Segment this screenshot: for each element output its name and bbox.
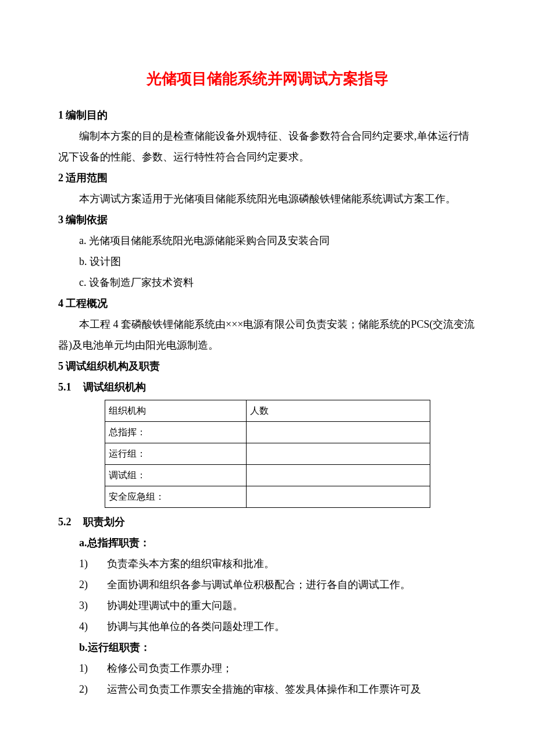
resp-b-item-2: 2)运营公司负责工作票安全措施的审核、签发具体操作和工作票许可及 (58, 679, 477, 700)
document-page: 光储项目储能系统并网调试方案指导 1编制目的 编制本方案的目的是检查储能设备外观… (0, 0, 535, 756)
item-text: 运营公司负责工作票安全措施的审核、签发具体操作和工作票许可及 (107, 679, 477, 700)
item-number: 1) (79, 553, 107, 574)
section-2-heading: 2适用范围 (58, 167, 477, 188)
section-3-label: 编制依据 (66, 214, 108, 225)
section-5-1-number: 5.1 (58, 377, 72, 397)
table-cell-org: 安全应急组： (105, 486, 247, 508)
document-title: 光储项目储能系统并网调试方案指导 (58, 64, 477, 94)
section-3-heading: 3编制依据 (58, 209, 477, 230)
section-5-2-heading: 5.2 职责划分 (58, 511, 477, 532)
item-number: 1) (79, 658, 107, 679)
section-5-heading: 5调试组织机构及职责 (58, 356, 477, 377)
section-5-1-heading: 5.1 调试组织机构 (58, 377, 477, 397)
org-table: 组织机构 人数 总指挥： 运行组： 调试组： 安全应急组： (105, 400, 430, 508)
section-5-label: 调试组织机构及职责 (66, 360, 160, 372)
section-4-heading: 4工程概况 (58, 293, 477, 314)
table-header-count: 人数 (247, 400, 430, 422)
table-row: 总指挥： (105, 422, 430, 443)
section-2-body: 本方调试方案适用于光储项目储能系统阳光电源磷酸铁锂储能系统调试方案工作。 (58, 188, 477, 209)
item-text: 检修公司负责工作票办理； (107, 658, 477, 679)
section-5-2-label: 职责划分 (83, 516, 125, 528)
resp-a-item-2: 2)全面协调和组织各参与调试单位积极配合；进行各自的调试工作。 (58, 574, 477, 595)
section-1-label: 编制目的 (66, 109, 108, 121)
resp-a-item-1: 1)负责牵头本方案的组织审核和批准。 (58, 553, 477, 574)
section-5-2-number: 5.2 (58, 511, 72, 532)
item-number: 2) (79, 574, 107, 595)
section-3-item-b: b. 设计图 (58, 251, 477, 272)
table-row: 运行组： (105, 443, 430, 465)
table-cell-count (247, 422, 430, 443)
item-text: 协调处理调试中的重大问题。 (107, 595, 477, 616)
table-row: 安全应急组： (105, 486, 430, 508)
resp-b-label: b.运行组职责： (79, 642, 151, 653)
table-row: 调试组： (105, 465, 430, 486)
resp-a-heading: a.总指挥职责： (58, 532, 477, 553)
section-4-body: 本工程 4 套磷酸铁锂储能系统由×××电源有限公司负责安装；储能系统的PCS(交… (58, 314, 477, 356)
table-header-row: 组织机构 人数 (105, 400, 430, 422)
table-cell-count (247, 443, 430, 465)
section-1-body: 编制本方案的目的是检查储能设备外观特征、设备参数符合合同约定要求,单体运行情况下… (58, 126, 477, 167)
table-cell-org: 调试组： (105, 465, 247, 486)
resp-b-item-1: 1)检修公司负责工作票办理； (58, 658, 477, 679)
item-text: 全面协调和组织各参与调试单位积极配合；进行各自的调试工作。 (107, 574, 477, 595)
section-2-number: 2 (58, 172, 63, 184)
section-5-1-label: 调试组织机构 (83, 381, 146, 393)
section-2-label: 适用范围 (66, 172, 108, 184)
item-text: 负责牵头本方案的组织审核和批准。 (107, 553, 477, 574)
section-1-number: 1 (58, 109, 63, 121)
section-3-number: 3 (58, 214, 63, 225)
section-4-label: 工程概况 (66, 298, 108, 309)
table-cell-org: 运行组： (105, 443, 247, 465)
table-header-org: 组织机构 (105, 400, 247, 422)
section-3-item-a: a. 光储项目储能系统阳光电源储能采购合同及安装合同 (58, 230, 477, 251)
item-number: 4) (79, 616, 107, 637)
table-cell-count (247, 465, 430, 486)
section-4-number: 4 (58, 298, 63, 309)
table-cell-count (247, 486, 430, 508)
resp-a-label: a.总指挥职责： (79, 537, 150, 549)
section-1-heading: 1编制目的 (58, 105, 477, 126)
item-number: 2) (79, 679, 107, 700)
item-number: 3) (79, 595, 107, 616)
resp-a-item-3: 3)协调处理调试中的重大问题。 (58, 595, 477, 616)
resp-a-item-4: 4)协调与其他单位的各类问题处理工作。 (58, 616, 477, 637)
section-5-number: 5 (58, 360, 63, 372)
section-3-item-c: c. 设备制造厂家技术资料 (58, 272, 477, 293)
table-cell-org: 总指挥： (105, 422, 247, 443)
item-text: 协调与其他单位的各类问题处理工作。 (107, 616, 477, 637)
resp-b-heading: b.运行组职责： (58, 637, 477, 658)
